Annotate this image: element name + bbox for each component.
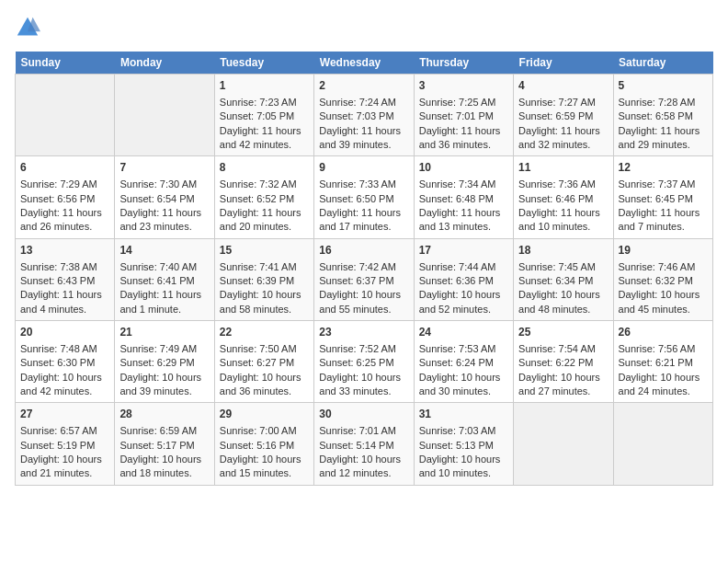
day-info: Daylight: 10 hours and 48 minutes. xyxy=(518,288,608,316)
day-info: Sunset: 6:29 PM xyxy=(119,356,209,370)
day-info: Daylight: 10 hours and 10 minutes. xyxy=(419,453,508,481)
day-info: Daylight: 11 hours and 26 minutes. xyxy=(20,206,109,235)
calendar-cell xyxy=(514,403,613,485)
calendar-cell: 11Sunrise: 7:36 AMSunset: 6:46 PMDayligh… xyxy=(514,156,613,238)
calendar-cell: 26Sunrise: 7:56 AMSunset: 6:21 PMDayligh… xyxy=(613,321,712,403)
calendar-cell xyxy=(613,403,712,485)
day-info: Daylight: 11 hours and 13 minutes. xyxy=(419,206,508,235)
day-number: 28 xyxy=(119,407,209,422)
day-info: Sunrise: 7:42 AM xyxy=(319,260,408,274)
day-info: Sunset: 6:50 PM xyxy=(319,192,408,206)
day-info: Sunrise: 7:28 AM xyxy=(619,96,708,109)
day-number: 29 xyxy=(220,407,309,422)
day-info: Sunrise: 7:38 AM xyxy=(20,260,109,274)
calendar-cell: 10Sunrise: 7:34 AMSunset: 6:48 PMDayligh… xyxy=(414,156,513,238)
calendar-table: SundayMondayTuesdayWednesdayThursdayFrid… xyxy=(15,52,713,486)
day-number: 18 xyxy=(518,243,608,259)
day-info: Sunrise: 7:33 AM xyxy=(319,178,408,191)
day-info: Sunset: 7:01 PM xyxy=(419,109,508,123)
day-number: 30 xyxy=(319,407,408,422)
day-info: Sunrise: 7:27 AM xyxy=(518,96,608,109)
day-info: Daylight: 10 hours and 12 minutes. xyxy=(319,453,408,481)
day-info: Sunset: 6:34 PM xyxy=(518,274,608,288)
day-info: Sunrise: 7:01 AM xyxy=(319,424,408,438)
day-info: Daylight: 10 hours and 39 minutes. xyxy=(119,371,209,399)
calendar-cell: 1Sunrise: 7:23 AMSunset: 7:05 PMDaylight… xyxy=(214,75,313,156)
calendar-header-row: SundayMondayTuesdayWednesdayThursdayFrid… xyxy=(16,52,713,75)
week-row-1: 1Sunrise: 7:23 AMSunset: 7:05 PMDaylight… xyxy=(16,75,713,156)
day-info: Daylight: 11 hours and 39 minutes. xyxy=(319,124,408,153)
calendar-cell: 15Sunrise: 7:41 AMSunset: 6:39 PMDayligh… xyxy=(214,238,313,320)
day-info: Sunset: 5:16 PM xyxy=(220,439,309,453)
calendar-cell: 29Sunrise: 7:00 AMSunset: 5:16 PMDayligh… xyxy=(214,403,313,485)
day-info: Sunrise: 7:30 AM xyxy=(119,178,209,191)
day-info: Sunrise: 7:32 AM xyxy=(220,178,309,191)
day-number: 6 xyxy=(20,160,109,176)
calendar-cell: 7Sunrise: 7:30 AMSunset: 6:54 PMDaylight… xyxy=(115,156,214,238)
calendar-cell: 24Sunrise: 7:53 AMSunset: 6:24 PMDayligh… xyxy=(414,321,513,403)
day-number: 4 xyxy=(518,78,608,94)
day-info: Sunset: 6:27 PM xyxy=(220,356,309,370)
day-number: 27 xyxy=(20,407,109,422)
day-info: Daylight: 11 hours and 10 minutes. xyxy=(518,206,608,235)
calendar-cell: 23Sunrise: 7:52 AMSunset: 6:25 PMDayligh… xyxy=(314,321,414,403)
calendar-cell: 21Sunrise: 7:49 AMSunset: 6:29 PMDayligh… xyxy=(115,321,214,403)
day-info: Sunset: 5:13 PM xyxy=(419,439,508,453)
header-saturday: Saturday xyxy=(613,52,712,75)
day-number: 17 xyxy=(419,243,508,259)
day-info: Daylight: 10 hours and 18 minutes. xyxy=(119,453,209,481)
day-info: Daylight: 11 hours and 32 minutes. xyxy=(518,124,608,153)
day-number: 8 xyxy=(220,160,309,176)
day-info: Sunset: 6:58 PM xyxy=(619,109,708,123)
day-info: Sunrise: 7:23 AM xyxy=(220,96,309,109)
day-number: 22 xyxy=(220,325,309,340)
page-header xyxy=(15,15,713,40)
day-info: Sunset: 5:14 PM xyxy=(319,439,408,453)
day-info: Sunrise: 7:45 AM xyxy=(518,260,608,274)
day-number: 1 xyxy=(220,78,309,94)
day-info: Sunrise: 7:24 AM xyxy=(319,96,408,109)
day-info: Daylight: 10 hours and 21 minutes. xyxy=(20,453,109,481)
day-info: Sunset: 6:36 PM xyxy=(419,274,508,288)
day-info: Daylight: 11 hours and 7 minutes. xyxy=(619,206,708,235)
day-number: 5 xyxy=(619,78,708,94)
day-info: Sunset: 6:37 PM xyxy=(319,274,408,288)
day-info: Sunrise: 7:03 AM xyxy=(419,424,508,438)
day-info: Sunrise: 7:56 AM xyxy=(619,342,708,356)
day-info: Daylight: 10 hours and 24 minutes. xyxy=(619,371,708,399)
calendar-cell: 18Sunrise: 7:45 AMSunset: 6:34 PMDayligh… xyxy=(514,238,613,320)
day-info: Sunset: 6:54 PM xyxy=(119,192,209,206)
day-info: Sunset: 5:19 PM xyxy=(20,439,109,453)
header-monday: Monday xyxy=(115,52,214,75)
calendar-cell: 12Sunrise: 7:37 AMSunset: 6:45 PMDayligh… xyxy=(613,156,712,238)
day-info: Sunrise: 6:59 AM xyxy=(119,424,209,438)
calendar-cell: 22Sunrise: 7:50 AMSunset: 6:27 PMDayligh… xyxy=(214,321,313,403)
calendar-cell: 5Sunrise: 7:28 AMSunset: 6:58 PMDaylight… xyxy=(613,75,712,156)
day-info: Sunrise: 6:57 AM xyxy=(20,424,109,438)
day-number: 9 xyxy=(319,160,408,176)
day-info: Daylight: 11 hours and 4 minutes. xyxy=(20,288,109,316)
day-info: Sunset: 6:32 PM xyxy=(619,274,708,288)
calendar-cell: 3Sunrise: 7:25 AMSunset: 7:01 PMDaylight… xyxy=(414,75,513,156)
day-info: Sunset: 6:41 PM xyxy=(119,274,209,288)
day-info: Sunrise: 7:29 AM xyxy=(20,178,109,191)
calendar-cell xyxy=(16,75,115,156)
day-number: 16 xyxy=(319,243,408,259)
day-info: Daylight: 11 hours and 17 minutes. xyxy=(319,206,408,235)
day-number: 19 xyxy=(619,243,708,259)
day-info: Sunrise: 7:44 AM xyxy=(419,260,508,274)
day-info: Daylight: 10 hours and 36 minutes. xyxy=(220,371,309,399)
week-row-5: 27Sunrise: 6:57 AMSunset: 5:19 PMDayligh… xyxy=(16,403,713,485)
day-info: Daylight: 11 hours and 1 minute. xyxy=(119,288,209,316)
header-wednesday: Wednesday xyxy=(314,52,414,75)
day-number: 11 xyxy=(518,160,608,176)
day-info: Daylight: 11 hours and 42 minutes. xyxy=(220,124,309,153)
day-info: Sunset: 6:46 PM xyxy=(518,192,608,206)
day-info: Daylight: 10 hours and 58 minutes. xyxy=(220,288,309,316)
day-info: Daylight: 10 hours and 27 minutes. xyxy=(518,371,608,399)
day-info: Daylight: 10 hours and 33 minutes. xyxy=(319,371,408,399)
calendar-cell: 27Sunrise: 6:57 AMSunset: 5:19 PMDayligh… xyxy=(16,403,115,485)
calendar-cell: 19Sunrise: 7:46 AMSunset: 6:32 PMDayligh… xyxy=(613,238,712,320)
day-info: Sunset: 6:59 PM xyxy=(518,109,608,123)
day-info: Daylight: 10 hours and 52 minutes. xyxy=(419,288,508,316)
